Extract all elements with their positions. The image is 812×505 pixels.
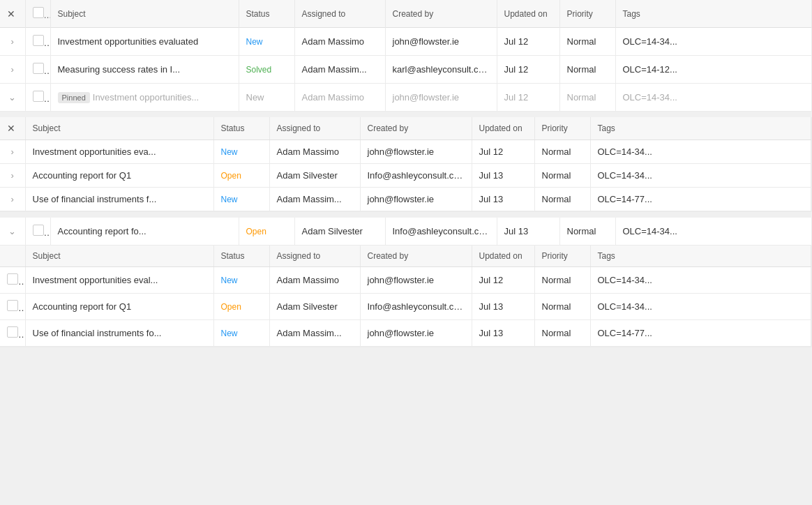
- row-assigned: Adam Massimo: [294, 28, 385, 56]
- sub2-assigned: Adam Massimo: [269, 267, 360, 294]
- sub-collapse-icon[interactable]: ✕: [7, 123, 15, 134]
- sub-row-created-by: john@flowster.ie: [360, 188, 472, 211]
- row-checkbox[interactable]: [7, 300, 18, 311]
- sub2-header-tags: Tags: [590, 246, 811, 267]
- row-checkbox[interactable]: [33, 35, 44, 46]
- sub2-updated-on: Jul 13: [472, 320, 534, 347]
- sub2-check-cell[interactable]: [0, 320, 25, 347]
- collapse-icon[interactable]: ⌄: [8, 226, 16, 236]
- sub-header-assigned: Assigned to: [269, 117, 360, 140]
- sub2-tags: OLC=14-34...: [590, 267, 811, 294]
- row-check-cell[interactable]: [25, 218, 50, 246]
- sub-row-expand[interactable]: ›: [0, 140, 25, 164]
- sub-header-expand: ✕: [0, 117, 25, 140]
- sub-header-status: Status: [213, 117, 269, 140]
- row-tags: OLC=14-34...: [615, 218, 812, 246]
- collapse-icon[interactable]: ⌄: [8, 92, 16, 103]
- collapse-all-icon[interactable]: ✕: [7, 8, 15, 20]
- sub2-header-status: Status: [213, 246, 269, 267]
- select-all-checkbox[interactable]: [33, 7, 44, 18]
- expand-icon[interactable]: ›: [11, 36, 14, 47]
- row-expand-cell[interactable]: ⌄: [0, 84, 25, 112]
- sub2-status: Open: [213, 294, 269, 320]
- sub2-assigned: Adam Massim...: [269, 320, 360, 347]
- row-expand-cell[interactable]: ›: [0, 28, 25, 56]
- sub-row-expand[interactable]: ›: [0, 164, 25, 188]
- row-subject: Accounting report fo...: [50, 218, 239, 246]
- row-checkbox[interactable]: [33, 91, 44, 102]
- expand-icon[interactable]: ›: [11, 146, 14, 157]
- row-priority: Normal: [559, 56, 615, 84]
- sub-row-assigned: Adam Massim...: [269, 188, 360, 211]
- sub-row-status: Open: [213, 164, 269, 188]
- sub2-updated-on: Jul 13: [472, 294, 534, 320]
- sub2-header-priority: Priority: [534, 246, 590, 267]
- sub2-tags: OLC=14-77...: [590, 320, 811, 347]
- table-row: ⌄ Accounting report fo... Open Adam Silv…: [0, 218, 812, 246]
- expand-icon[interactable]: ›: [11, 194, 14, 204]
- sub2-updated-on: Jul 12: [472, 267, 534, 294]
- row-tags: OLC=14-34...: [615, 84, 812, 112]
- row-expand-cell[interactable]: ⌄: [0, 218, 25, 246]
- sub2-assigned: Adam Silvester: [269, 294, 360, 320]
- row-assigned: Adam Massimo: [294, 84, 385, 112]
- sub-row-tags: OLC=14-77...: [590, 188, 811, 211]
- nested-cell: Subject Status Assigned to Created by Up…: [0, 246, 812, 347]
- table-row: ⌄ PinnedInvestment opportunities... New …: [0, 84, 812, 112]
- row-expand-cell[interactable]: ›: [0, 56, 25, 84]
- sub2-header-subject: Subject: [25, 246, 213, 267]
- sub-row-status: New: [213, 188, 269, 211]
- sub2-priority: Normal: [534, 294, 590, 320]
- header-tags: Tags: [615, 0, 812, 28]
- expand-icon[interactable]: ›: [11, 64, 14, 75]
- nested-row: Subject Status Assigned to Created by Up…: [0, 246, 812, 347]
- sub2-check-cell[interactable]: [0, 294, 25, 320]
- sub-header-priority: Priority: [534, 117, 590, 140]
- table-row: › Measuring success rates in I... Solved…: [0, 56, 812, 84]
- sub-row-tags: OLC=14-34...: [590, 164, 811, 188]
- row-checkbox[interactable]: [7, 273, 18, 285]
- sub-header-subject: Subject: [25, 117, 213, 140]
- row-assigned: Adam Massim...: [294, 56, 385, 84]
- row-updated-on: Jul 12: [497, 56, 559, 84]
- sub2-check-cell[interactable]: [0, 267, 25, 294]
- nested-section-row: ✕ Subject Status Assigned to Created by …: [0, 117, 812, 212]
- list-item: Use of financial instruments fo... New A…: [0, 320, 811, 347]
- sub2-subject: Investment opportunities eval...: [25, 267, 213, 294]
- sub-row-assigned: Adam Silvester: [269, 164, 360, 188]
- row-check-cell[interactable]: [25, 28, 50, 56]
- row-checkbox[interactable]: [33, 63, 44, 74]
- sub-row-priority: Normal: [534, 164, 590, 188]
- sub-row-updated-on: Jul 13: [472, 188, 534, 211]
- row-check-cell[interactable]: [25, 56, 50, 84]
- sub-row-subject: Accounting report for Q1: [25, 164, 213, 188]
- row-status: Solved: [239, 56, 294, 84]
- row-updated-on: Jul 13: [497, 218, 559, 246]
- expand-icon[interactable]: ›: [11, 170, 14, 181]
- row-tags: OLC=14-12...: [615, 56, 812, 84]
- sub-header-updated-on: Updated on: [472, 117, 534, 140]
- row-status: Open: [239, 218, 294, 246]
- row-check-cell[interactable]: [25, 84, 50, 112]
- row-created-by: john@flowster.ie: [385, 28, 497, 56]
- row-priority: Normal: [559, 28, 615, 56]
- table-header-1: ✕ Subject Status Assigned to Created by …: [0, 0, 812, 28]
- pinned-badge: Pinned: [58, 92, 90, 103]
- sub-header-created-by: Created by: [360, 117, 472, 140]
- row-status: New: [239, 28, 294, 56]
- sub2-priority: Normal: [534, 320, 590, 347]
- sub2-subject: Use of financial instruments fo...: [25, 320, 213, 347]
- row-checkbox[interactable]: [7, 326, 18, 338]
- sub2-tags: OLC=14-34...: [590, 294, 811, 320]
- row-subject: Investment opportunities evaluated: [50, 28, 239, 56]
- list-item: › Use of financial instruments f... New …: [0, 188, 811, 211]
- sub-row-tags: OLC=14-34...: [590, 140, 811, 164]
- row-status: New: [239, 84, 294, 112]
- sub-row-expand[interactable]: ›: [0, 188, 25, 211]
- header-assigned: Assigned to: [294, 0, 385, 28]
- row-subject: PinnedInvestment opportunities...: [50, 84, 239, 112]
- row-checkbox[interactable]: [33, 225, 44, 236]
- header-status: Status: [239, 0, 294, 28]
- sub-table-header-2: Subject Status Assigned to Created by Up…: [0, 246, 811, 267]
- sub-row-updated-on: Jul 12: [472, 140, 534, 164]
